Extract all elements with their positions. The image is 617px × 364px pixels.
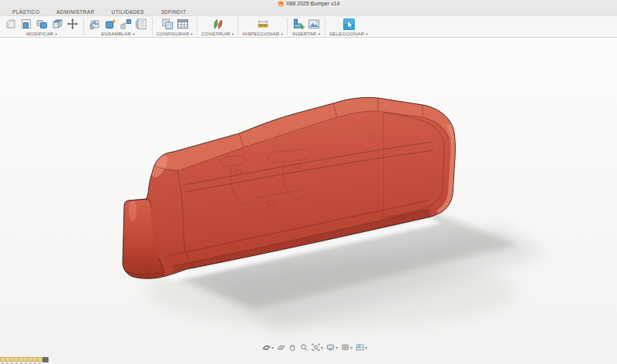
toolbar-group-seleccionar: SELECCIONAR▾ <box>327 17 370 36</box>
grid-snaps-icon <box>341 343 349 352</box>
fit-icon <box>312 343 320 352</box>
look-at-icon <box>277 343 285 352</box>
toolbar-group-inspeccionar: INSPECCIONAR▾ <box>240 17 285 36</box>
toolbar-group-ensamblar: ENSAMBLAR▾ <box>86 17 150 36</box>
document-title: X88 2025 Bumper v14 <box>286 0 340 8</box>
insert-component-icon[interactable] <box>88 17 102 31</box>
timeline-playhead[interactable] <box>42 357 49 362</box>
new-component-icon[interactable] <box>103 17 117 31</box>
dropdown-caret-icon: ▾ <box>133 32 135 36</box>
titlebar: X88 2025 Bumper v14 <box>0 0 617 8</box>
look-at-button[interactable] <box>276 342 286 352</box>
fusion-logo-icon <box>278 1 284 7</box>
insertar-dropdown[interactable]: INSERTAR▾ <box>292 32 320 36</box>
ribbon-tabs: PLÁSTICO ADMINISTRAR UTILIDADES 3DFINDIT <box>0 8 617 16</box>
configurar-dropdown[interactable]: CONFIGURAR▾ <box>157 32 193 36</box>
move-copy-icon[interactable] <box>66 17 79 31</box>
configuration-icon[interactable] <box>160 17 174 31</box>
fusion-window: X88 2025 Bumper v14 PLÁSTICO ADMINISTRAR… <box>0 0 617 364</box>
model-viewport[interactable]: ▾ <box>0 38 617 364</box>
dropdown-caret-icon: ▾ <box>318 32 320 36</box>
shell-icon[interactable] <box>19 17 33 31</box>
fillet-icon[interactable] <box>4 17 18 31</box>
dropdown-caret-icon: ▾ <box>271 345 274 350</box>
ribbon-toolbar: MODIFICAR▾ <box>0 16 617 38</box>
pan-icon <box>288 343 297 352</box>
timeline-feature-bar[interactable] <box>0 357 43 362</box>
dropdown-caret-icon: ▾ <box>232 32 234 36</box>
insert-derive-icon[interactable] <box>292 17 305 31</box>
fit-button[interactable]: ▾ <box>311 342 324 352</box>
toolbar-divider <box>197 18 197 35</box>
toolbar-divider <box>325 18 325 35</box>
measure-icon[interactable] <box>256 17 270 31</box>
zoom-icon <box>300 343 308 352</box>
timeline-scrubber[interactable] <box>0 357 49 364</box>
toolbar-divider <box>238 18 238 35</box>
combine-icon[interactable] <box>35 17 49 31</box>
toolbar-divider <box>287 18 288 35</box>
viewports-icon <box>356 343 364 352</box>
tab-3dfindit[interactable]: 3DFINDIT <box>161 9 186 15</box>
tab-administrar[interactable]: ADMINISTRAR <box>56 9 94 15</box>
display-settings-button[interactable]: ▾ <box>325 342 339 352</box>
toolbar-divider <box>152 18 153 35</box>
pan-button[interactable] <box>288 342 298 352</box>
offset-face-icon[interactable] <box>50 17 64 31</box>
bumper-model[interactable] <box>0 38 617 364</box>
grid-snaps-button[interactable]: ▾ <box>340 342 353 352</box>
tab-plastico[interactable]: PLÁSTICO <box>12 9 39 15</box>
dropdown-caret-icon: ▾ <box>350 345 352 350</box>
modificar-dropdown[interactable]: MODIFICAR▾ <box>26 32 57 36</box>
zoom-button[interactable] <box>299 342 309 352</box>
toolbar-group-construir: CONSTRUIR▾ <box>199 17 236 36</box>
toolbar-divider <box>83 18 84 35</box>
bom-list-icon[interactable] <box>134 17 148 31</box>
inspeccionar-dropdown[interactable]: INSPECCIONAR▾ <box>242 32 283 36</box>
construction-plane-icon[interactable] <box>211 17 224 31</box>
joint-icon[interactable] <box>119 17 133 31</box>
dropdown-caret-icon: ▾ <box>281 32 283 36</box>
insert-canvas-icon[interactable] <box>307 17 321 31</box>
orbit-icon <box>262 343 271 352</box>
ensamblar-dropdown[interactable]: ENSAMBLAR▾ <box>101 32 135 36</box>
dropdown-caret-icon: ▾ <box>335 345 338 350</box>
tab-utilidades[interactable]: UTILIDADES <box>112 9 144 15</box>
dropdown-caret-icon: ▾ <box>321 345 323 350</box>
toolbar-group-configurar: CONFIGURAR▾ <box>154 17 195 36</box>
view-navigation-bar: ▾ <box>261 342 368 352</box>
construir-dropdown[interactable]: CONSTRUIR▾ <box>201 32 234 36</box>
toolbar-group-insertar: INSERTAR▾ <box>289 17 323 36</box>
select-icon[interactable] <box>342 17 356 31</box>
dropdown-caret-icon: ▾ <box>366 32 368 36</box>
display-settings-icon <box>326 343 335 352</box>
dropdown-caret-icon: ▾ <box>190 32 193 36</box>
orbit-button[interactable]: ▾ <box>261 342 275 352</box>
dropdown-caret-icon: ▾ <box>55 32 57 36</box>
seleccionar-dropdown[interactable]: SELECCIONAR▾ <box>329 32 368 36</box>
configuration-table-icon[interactable] <box>176 17 190 31</box>
viewports-button[interactable]: ▾ <box>355 342 368 352</box>
dropdown-caret-icon: ▾ <box>365 345 367 350</box>
toolbar-group-modificar: MODIFICAR▾ <box>2 17 82 36</box>
